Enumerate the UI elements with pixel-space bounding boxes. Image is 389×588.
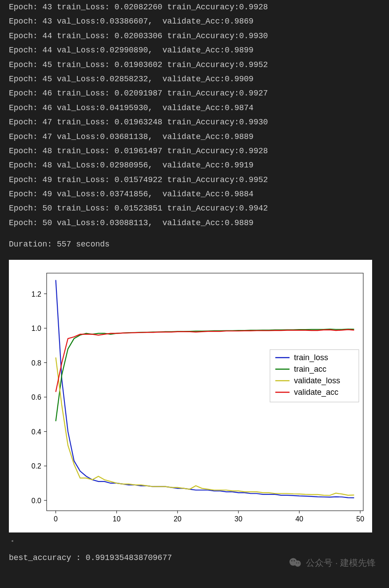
svg-text:10: 10: [113, 515, 121, 523]
legend-label: validate_acc: [294, 388, 338, 397]
svg-point-34: [294, 560, 295, 561]
svg-point-33: [291, 560, 292, 561]
svg-text:20: 20: [174, 515, 182, 523]
duration-line: Duration: 557 seconds: [0, 237, 389, 251]
svg-point-32: [295, 560, 301, 567]
svg-point-36: [298, 562, 299, 563]
svg-text:0.4: 0.4: [32, 428, 41, 435]
legend-label: validate_loss: [294, 376, 340, 385]
training-chart: 010203040500.00.20.40.60.81.01.2train_lo…: [9, 260, 372, 532]
scroll-indicator-icon: ◂: [0, 537, 389, 546]
svg-text:1.0: 1.0: [32, 325, 41, 332]
svg-text:0.2: 0.2: [32, 462, 41, 470]
svg-text:0.8: 0.8: [32, 359, 41, 366]
svg-text:40: 40: [295, 515, 303, 523]
svg-text:50: 50: [356, 515, 364, 523]
svg-text:1.2: 1.2: [32, 290, 41, 298]
training-log: Epoch: 43 train_Loss: 0.02082260 train_A…: [0, 0, 389, 230]
svg-text:0.6: 0.6: [32, 393, 41, 401]
wechat-icon: [289, 557, 302, 568]
svg-text:30: 30: [234, 515, 242, 523]
watermark: 公众号 · 建模先锋: [289, 555, 376, 571]
legend-label: train_loss: [294, 353, 328, 362]
svg-text:0: 0: [54, 515, 58, 523]
svg-text:0.0: 0.0: [32, 497, 41, 504]
svg-point-35: [296, 562, 297, 563]
legend-label: train_acc: [294, 365, 326, 374]
watermark-text: 公众号 · 建模先锋: [306, 555, 376, 571]
